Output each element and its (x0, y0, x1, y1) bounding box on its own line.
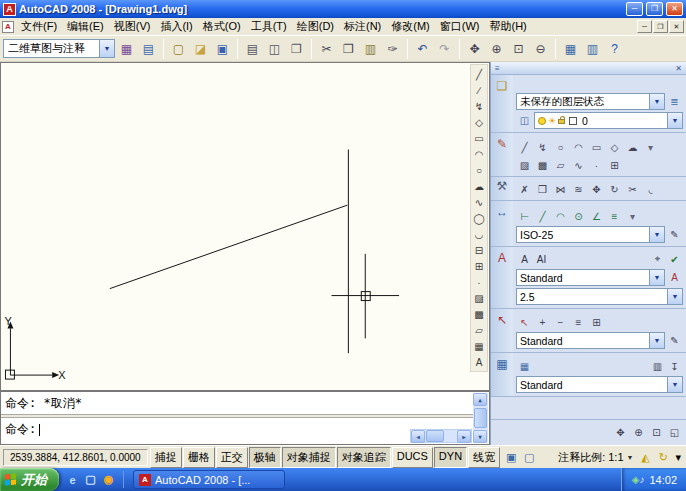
combo-arrow-icon[interactable]: ▼ (649, 333, 664, 348)
cut-icon[interactable]: ✂ (316, 38, 337, 59)
mleader-style-icon[interactable]: ✎ (666, 333, 683, 349)
plot-preview-icon[interactable]: ◫ (264, 38, 285, 59)
copy-icon[interactable]: ❐ (338, 38, 359, 59)
text-height-combo[interactable]: 2.5 ▼ (516, 288, 683, 305)
pan-icon[interactable]: ✥ (464, 38, 485, 59)
layer-states-manager-icon[interactable]: ≣ (666, 94, 683, 110)
find-text-icon[interactable]: ⌖ (649, 251, 666, 267)
menu-item-9[interactable]: 修改(M) (386, 18, 435, 35)
scroll-left-icon[interactable]: ◀ (411, 430, 425, 443)
toggle-对象捕捉[interactable]: 对象捕捉 (282, 447, 336, 468)
fillet-icon[interactable]: ◟ (642, 181, 659, 197)
dim-style-combo[interactable]: ISO-25 ▼ (516, 226, 665, 243)
drawing-document-icon[interactable]: A (2, 21, 14, 33)
move-icon[interactable]: ✥ (588, 181, 605, 197)
scroll-up-icon[interactable]: ▲ (473, 393, 487, 406)
text-style-icon[interactable]: A (666, 270, 683, 286)
menu-item-7[interactable]: 绘图(D) (292, 18, 339, 35)
spell-check-icon[interactable]: ✔ (666, 251, 683, 267)
draw-flyout-icon[interactable]: ▾ (642, 139, 659, 155)
minimize-button[interactable]: ─ (626, 2, 643, 16)
layout-icon[interactable]: ▢ (520, 449, 538, 466)
gradient-icon[interactable]: ▩ (534, 157, 551, 173)
menu-item-2[interactable]: 编辑(E) (62, 18, 109, 35)
combo-arrow-icon[interactable]: ▼ (667, 377, 682, 392)
command-prompt[interactable]: 命令: (5, 421, 40, 438)
erase-icon[interactable]: ✗ (516, 181, 533, 197)
combo-arrow-icon[interactable]: ▼ (99, 40, 114, 57)
toggle-正交[interactable]: 正交 (216, 447, 248, 468)
mdi-close-button[interactable]: ✕ (669, 20, 684, 33)
layers-panel-icon[interactable]: ❏ (497, 79, 508, 132)
combo-arrow-icon[interactable]: ▼ (667, 113, 682, 128)
point-icon[interactable]: ∙ (588, 157, 605, 173)
gradient-icon[interactable]: ▩ (471, 306, 487, 322)
tray-volume-icon[interactable]: ♪ (639, 474, 644, 485)
ellipse-icon[interactable]: ◯ (471, 210, 487, 226)
save-icon[interactable]: ▣ (212, 38, 233, 59)
mdi-restore-button[interactable]: ❐ (653, 20, 668, 33)
polyline-icon[interactable]: ↯ (471, 98, 487, 114)
zoom-window-icon[interactable]: ⊡ (508, 38, 529, 59)
mtext-icon[interactable]: A (516, 251, 533, 267)
command-hscrollbar[interactable]: ◀ ▶ (410, 429, 472, 443)
show-desktop-icon[interactable]: ▢ (83, 472, 98, 487)
toggle-对象追踪[interactable]: 对象追踪 (337, 447, 391, 468)
tool-palettes-icon[interactable]: ▤ (138, 38, 159, 59)
offset-icon[interactable]: ≋ (570, 181, 587, 197)
toggle-线宽[interactable]: 线宽 (468, 447, 500, 468)
layer-properties-icon[interactable]: ◫ (516, 113, 533, 129)
workspace-combo[interactable]: 二维草图与注释 ▼ (3, 39, 115, 58)
multileader-panel-icon[interactable]: ↖ (497, 313, 507, 352)
mleader-add-icon[interactable]: + (534, 314, 551, 330)
help-icon[interactable]: ? (604, 38, 625, 59)
restore-button[interactable]: ❐ (646, 2, 663, 16)
menu-item-10[interactable]: 窗口(W) (435, 18, 485, 35)
zoom-previous-icon[interactable]: ⊖ (530, 38, 551, 59)
dashboard-grip-icon[interactable]: ≡ (495, 64, 500, 73)
clock[interactable]: 14:02 (649, 474, 677, 486)
polyline-icon[interactable]: ↯ (534, 139, 551, 155)
command-window[interactable]: 命令: *取消* 命令: ◀ ▶ ▲ ▼ (0, 391, 490, 445)
toggle-极轴[interactable]: 极轴 (249, 447, 281, 468)
zoom-realtime-icon[interactable]: ⊕ (630, 424, 647, 440)
copy-object-icon[interactable]: ❐ (534, 181, 551, 197)
menu-item-8[interactable]: 标注(N) (339, 18, 386, 35)
dimension-panel-icon[interactable]: ↔ (496, 205, 508, 246)
spline-icon[interactable]: ∿ (471, 194, 487, 210)
undo-icon[interactable]: ↶ (412, 38, 433, 59)
dim-arc-icon[interactable]: ◠ (552, 208, 569, 224)
dim-linear-icon[interactable]: ⊢ (516, 208, 533, 224)
taskbar-task-autocad[interactable]: A AutoCAD 2008 - [... (133, 470, 285, 489)
properties-icon[interactable]: ▦ (560, 38, 581, 59)
zoom-realtime-icon[interactable]: ⊕ (486, 38, 507, 59)
annotation-autoscale-icon[interactable]: ↻ (654, 449, 672, 466)
combo-arrow-icon[interactable]: ▼ (649, 94, 664, 109)
annotation-visibility-icon[interactable]: ◭ (636, 449, 654, 466)
block-icon[interactable]: ⊞ (606, 157, 623, 173)
mleader-align-icon[interactable]: ≡ (570, 314, 587, 330)
hatch-icon[interactable]: ▨ (516, 157, 533, 173)
dim-baseline-icon[interactable]: ≡ (606, 208, 623, 224)
mleader-style-combo[interactable]: Standard ▼ (516, 332, 665, 349)
scroll-down-icon[interactable]: ▼ (473, 430, 487, 443)
plot-icon[interactable]: ▤ (242, 38, 263, 59)
drawing-svg[interactable]: XY (1, 63, 489, 390)
ellipse-arc-icon[interactable]: ◡ (471, 226, 487, 242)
table-style-combo[interactable]: Standard ▼ (516, 376, 683, 393)
polygon-icon[interactable]: ◇ (471, 114, 487, 130)
menu-item-11[interactable]: 帮助(H) (485, 18, 532, 35)
autocad-app-icon[interactable]: A (3, 3, 16, 16)
line-icon[interactable]: ╱ (516, 139, 533, 155)
polygon-icon[interactable]: ◇ (606, 139, 623, 155)
revcloud-icon[interactable]: ☁ (624, 139, 641, 155)
trim-icon[interactable]: ✂ (624, 181, 641, 197)
workspace-settings-icon[interactable]: ▦ (116, 38, 137, 59)
start-button[interactable]: 开始 (0, 468, 59, 491)
arc-icon[interactable]: ◠ (570, 139, 587, 155)
command-vscrollbar[interactable]: ▲ ▼ (473, 393, 488, 443)
scroll-right-icon[interactable]: ▶ (457, 430, 471, 443)
drawing-canvas[interactable]: XY ╱∕↯◇▭◠○☁∿◯◡⊟⊞∙▨▩▱▦A (0, 62, 490, 391)
table-insert-icon[interactable]: ▦ (516, 358, 533, 374)
zoom-extents-icon[interactable]: ◱ (666, 424, 683, 440)
